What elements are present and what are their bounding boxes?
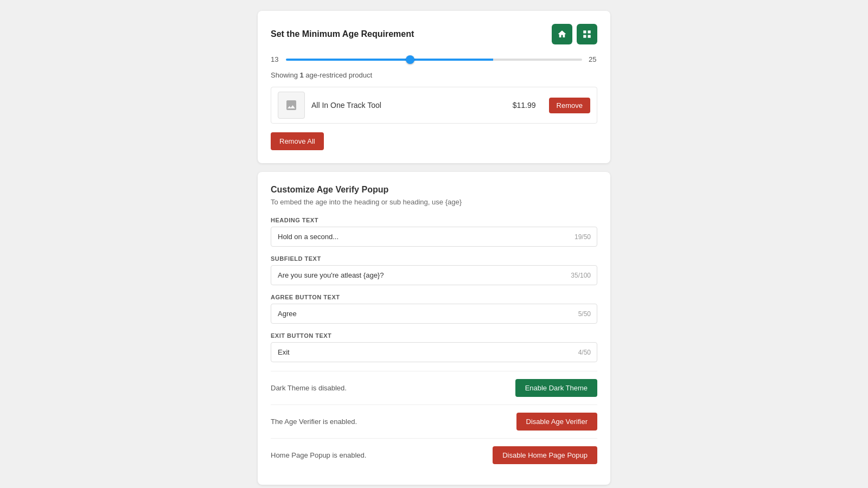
showing-text: Showing 1 age-restriced product bbox=[271, 71, 597, 79]
showing-prefix: Showing bbox=[271, 71, 299, 79]
subfield-input[interactable] bbox=[271, 265, 597, 285]
subfield-counter: 35/100 bbox=[571, 272, 591, 279]
exit-input-wrap: 4/50 bbox=[271, 342, 597, 362]
heading-counter: 19/50 bbox=[575, 233, 591, 241]
agree-input[interactable] bbox=[271, 304, 597, 324]
icon-buttons bbox=[552, 24, 597, 44]
disable-age-verifier-button[interactable]: Disable Age Verifier bbox=[516, 413, 597, 431]
subfield-label: SUBFIELD TEXT bbox=[271, 255, 597, 262]
home-page-popup-status: Home Page Popup is enabled. bbox=[271, 451, 366, 459]
heading-label: HEADING TEXT bbox=[271, 217, 597, 223]
min-age-card: Set the Minimum Age Requirement 13 25 Sh… bbox=[258, 11, 610, 163]
home-icon bbox=[557, 29, 567, 39]
agree-input-wrap: 5/50 bbox=[271, 304, 597, 324]
age-verifier-status: The Age Verifier is enabled. bbox=[271, 418, 357, 426]
remove-all-button[interactable]: Remove All bbox=[271, 132, 324, 150]
exit-input[interactable] bbox=[271, 342, 597, 362]
heading-input-wrap: 19/50 bbox=[271, 227, 597, 247]
card-title: Set the Minimum Age Requirement bbox=[271, 29, 414, 39]
heading-input[interactable] bbox=[271, 227, 597, 247]
slider-section: 13 25 bbox=[271, 55, 597, 63]
home-icon-button[interactable] bbox=[552, 24, 572, 44]
remove-product-button[interactable]: Remove bbox=[549, 98, 590, 113]
home-page-popup-row: Home Page Popup is enabled. Disable Home… bbox=[271, 438, 597, 472]
grid-icon bbox=[582, 29, 592, 39]
product-price: $11.99 bbox=[513, 101, 536, 110]
agree-label: AGREE BUTTON TEXT bbox=[271, 294, 597, 300]
slider-max-label: 25 bbox=[589, 55, 597, 63]
dark-theme-row: Dark Theme is disabled. Enable Dark Them… bbox=[271, 371, 597, 404]
exit-field-group: EXIT BUTTON TEXT 4/50 bbox=[271, 332, 597, 362]
agree-field-group: AGREE BUTTON TEXT 5/50 bbox=[271, 294, 597, 324]
subfield-input-wrap: 35/100 bbox=[271, 265, 597, 285]
card-header: Set the Minimum Age Requirement bbox=[271, 24, 597, 44]
product-name: All In One Track Tool bbox=[311, 101, 506, 110]
customize-hint: To embed the age into the heading or sub… bbox=[271, 198, 597, 206]
customize-title: Customize Age Verify Popup bbox=[271, 185, 597, 195]
slider-min-label: 13 bbox=[271, 55, 279, 63]
age-slider[interactable] bbox=[286, 59, 582, 61]
agree-counter: 5/50 bbox=[578, 310, 591, 318]
showing-suffix: age-restriced product bbox=[304, 71, 372, 79]
age-verifier-row: The Age Verifier is enabled. Disable Age… bbox=[271, 404, 597, 438]
product-thumbnail bbox=[278, 92, 305, 119]
exit-label: EXIT BUTTON TEXT bbox=[271, 332, 597, 339]
dark-theme-status: Dark Theme is disabled. bbox=[271, 384, 347, 392]
customize-card: Customize Age Verify Popup To embed the … bbox=[258, 172, 610, 485]
product-image-icon bbox=[285, 99, 298, 112]
grid-icon-button[interactable] bbox=[577, 24, 597, 44]
heading-field-group: HEADING TEXT 19/50 bbox=[271, 217, 597, 247]
disable-home-page-popup-button[interactable]: Disable Home Page Popup bbox=[493, 446, 597, 464]
exit-counter: 4/50 bbox=[578, 349, 591, 356]
showing-count: 1 bbox=[299, 71, 303, 79]
subfield-field-group: SUBFIELD TEXT 35/100 bbox=[271, 255, 597, 285]
enable-dark-theme-button[interactable]: Enable Dark Theme bbox=[515, 379, 597, 397]
product-row: All In One Track Tool $11.99 Remove bbox=[271, 87, 597, 124]
